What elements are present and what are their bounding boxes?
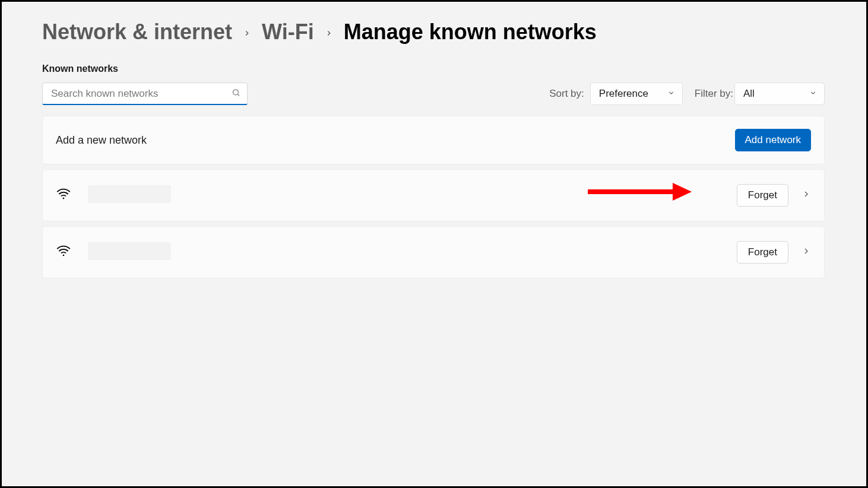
add-network-card: Add a new network Add network: [42, 116, 825, 164]
sort-by-dropdown[interactable]: Preference: [590, 83, 683, 105]
network-name: [88, 185, 737, 205]
search-input[interactable]: [42, 83, 248, 105]
chevron-down-icon: [809, 88, 817, 100]
filter-by-dropdown[interactable]: All: [734, 83, 825, 105]
filter-by-value: All: [743, 88, 755, 100]
breadcrumb-wifi[interactable]: Wi-Fi: [262, 20, 314, 45]
svg-point-2: [63, 198, 65, 199]
breadcrumb-network-internet[interactable]: Network & internet: [42, 20, 232, 45]
expand-chevron-icon[interactable]: [802, 246, 811, 258]
section-label-known-networks: Known networks: [42, 64, 825, 74]
breadcrumb-current: Manage known networks: [344, 20, 597, 45]
chevron-right-icon: [243, 26, 251, 41]
search-box: [42, 83, 248, 105]
network-row[interactable]: Forget: [42, 169, 825, 221]
add-network-title: Add a new network: [56, 134, 735, 147]
expand-chevron-icon[interactable]: [802, 189, 811, 201]
search-icon: [232, 88, 240, 100]
controls-row: Sort by: Preference Filter by: All: [42, 83, 825, 105]
breadcrumb: Network & internet Wi-Fi Manage known ne…: [42, 20, 825, 45]
chevron-right-icon: [325, 26, 333, 41]
svg-line-1: [237, 94, 239, 96]
wifi-icon: [56, 243, 71, 261]
add-network-button[interactable]: Add network: [735, 129, 812, 151]
network-name: [88, 242, 737, 262]
svg-point-0: [233, 90, 239, 95]
forget-button[interactable]: Forget: [737, 241, 788, 264]
filter-by-label: Filter by:: [695, 88, 733, 100]
sort-by-label: Sort by:: [549, 88, 584, 100]
network-row[interactable]: Forget: [42, 226, 825, 278]
sort-by-value: Preference: [599, 88, 648, 100]
wifi-icon: [56, 186, 71, 204]
svg-point-3: [63, 255, 65, 256]
chevron-down-icon: [667, 88, 675, 100]
forget-button[interactable]: Forget: [737, 184, 788, 207]
